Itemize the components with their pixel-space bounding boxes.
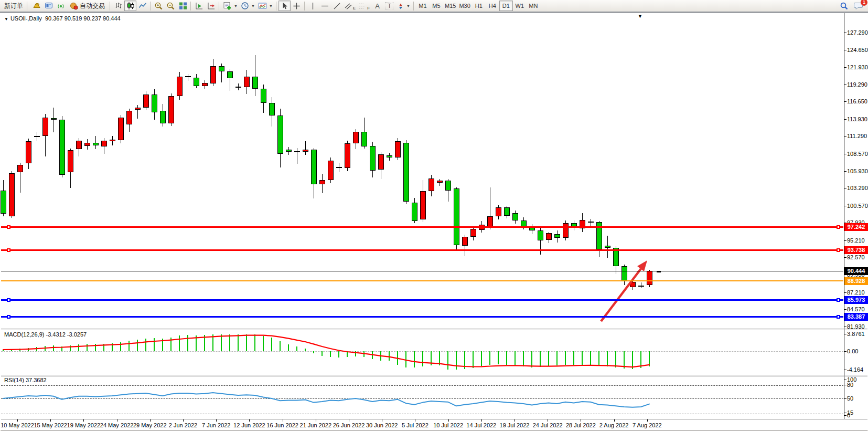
macd-axis-label: 3.8761 <box>847 331 865 337</box>
macd-histogram-bar <box>120 342 121 351</box>
macd-histogram-bar <box>19 349 20 351</box>
candle-body <box>395 141 401 157</box>
rsi-axis-tick <box>844 385 846 385</box>
date-axis-tick <box>283 419 283 422</box>
date-label: 24 Jul 2022 <box>533 422 563 428</box>
price-tick <box>844 85 846 85</box>
price-tick-label: 124.650 <box>847 47 868 53</box>
price-tick-label: 95.210 <box>847 237 865 244</box>
candle-body <box>378 154 384 170</box>
date-label: 26 Jun 2022 <box>333 422 365 428</box>
current-price-tag: 90.444 <box>844 267 868 275</box>
line-handle[interactable] <box>7 298 10 302</box>
candle-body <box>152 94 157 112</box>
macd-histogram-bar <box>187 335 188 351</box>
line-handle[interactable] <box>837 298 840 302</box>
candle-body <box>353 132 359 143</box>
line-handle[interactable] <box>7 225 10 229</box>
date-axis-tick <box>83 419 84 422</box>
candle-body <box>277 115 283 154</box>
candle-body <box>647 271 652 285</box>
macd-histogram-bar <box>154 338 155 351</box>
candle-body <box>235 87 241 88</box>
macd-histogram-bar <box>11 349 12 351</box>
level-price-tag: 88.928 <box>844 277 868 285</box>
candle-body <box>303 150 308 152</box>
macd-histogram-bar <box>556 351 558 365</box>
macd-histogram-bar <box>196 335 197 351</box>
horizontal-level-line[interactable] <box>1 316 843 318</box>
macd-histogram-bar <box>498 351 499 364</box>
date-label: 21 Jun 2022 <box>300 422 332 428</box>
candle-body <box>294 151 300 152</box>
date-label: 28 Jul 2022 <box>566 422 596 428</box>
line-handle[interactable] <box>837 225 840 229</box>
candle-body <box>554 234 560 238</box>
line-handle[interactable] <box>7 248 10 252</box>
chart-plot-area[interactable]: 127.290124.650121.930119.290116.650113.9… <box>0 1 868 431</box>
candle-body <box>252 77 258 89</box>
line-handle[interactable] <box>837 248 840 252</box>
line-handle[interactable] <box>7 315 10 319</box>
line-handle[interactable] <box>837 315 840 319</box>
macd-histogram-bar <box>78 344 79 351</box>
macd-histogram-bar <box>145 339 146 351</box>
price-tick <box>844 188 846 188</box>
macd-histogram-bar <box>481 351 482 366</box>
candle-body <box>219 66 224 71</box>
candle-body <box>177 77 183 96</box>
horizontal-level-line[interactable] <box>1 249 843 251</box>
candle-body <box>185 76 191 77</box>
candle-body <box>487 216 493 227</box>
macd-histogram-bar <box>170 338 172 351</box>
date-label: 7 Aug 2022 <box>633 422 662 428</box>
price-tick-label: 121.930 <box>847 64 868 70</box>
macd-histogram-bar <box>179 335 180 351</box>
candle-body <box>17 165 23 173</box>
candle-body <box>454 188 459 245</box>
trend-arrow-head <box>637 260 647 271</box>
candle-body <box>168 96 174 123</box>
price-tick <box>844 50 846 50</box>
candle-body <box>412 203 417 221</box>
horizontal-level-line[interactable] <box>1 226 843 228</box>
candle-wick <box>591 219 591 227</box>
macd-histogram-bar <box>431 351 432 365</box>
chart-window[interactable]: ▼USOil-,Daily 90.367 90.519 90.237 90.44… <box>0 12 868 430</box>
macd-histogram-bar <box>246 334 247 351</box>
candle-body <box>336 167 342 168</box>
horizontal-level-line[interactable] <box>1 299 843 301</box>
date-axis-tick <box>249 419 250 422</box>
candle-body <box>202 83 208 86</box>
date-axis-tick <box>150 419 151 422</box>
macd-histogram-bar <box>296 346 297 351</box>
macd-histogram-bar <box>531 351 532 367</box>
macd-histogram-bar <box>338 351 339 358</box>
candle-body <box>538 230 543 240</box>
macd-histogram-bar <box>87 344 88 351</box>
candle-wick <box>305 141 306 155</box>
date-axis-tick <box>183 419 184 422</box>
rsi-axis-label: 0 <box>847 412 850 418</box>
macd-histogram-bar <box>95 344 96 351</box>
chart-overlay <box>0 1 868 431</box>
candle-body <box>588 222 594 223</box>
candle-body <box>261 89 266 103</box>
candle-body <box>210 66 216 83</box>
macd-histogram-bar <box>238 334 239 351</box>
date-axis-tick <box>382 419 382 422</box>
rsi-indicator-label: RSI(14) 37.3682 <box>4 377 47 383</box>
macd-histogram-bar <box>447 351 448 370</box>
macd-histogram-bar <box>305 349 306 351</box>
candle-body <box>462 237 468 246</box>
current-price-line[interactable] <box>1 271 843 271</box>
macd-histogram-bar <box>565 351 566 365</box>
price-tick-label: 103.290 <box>847 185 868 191</box>
macd-histogram-bar <box>313 351 314 353</box>
horizontal-level-line[interactable] <box>1 280 843 281</box>
candle-wick <box>297 148 297 164</box>
candle-body <box>638 286 644 287</box>
macd-histogram-bar <box>61 346 62 351</box>
candle-body <box>244 77 250 87</box>
candle-body <box>328 161 334 180</box>
